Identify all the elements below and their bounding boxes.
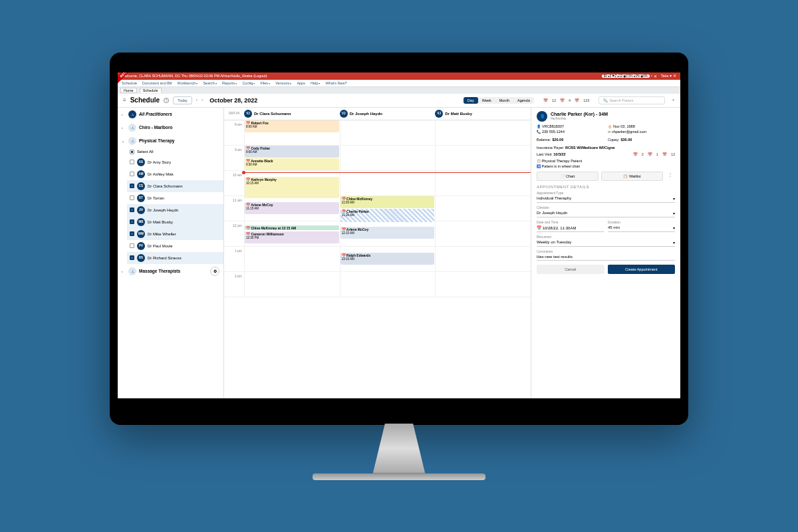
checkbox-icon[interactable] [130, 172, 134, 176]
checkbox-icon[interactable]: ✓ [130, 207, 134, 212]
time-slot[interactable] [340, 171, 436, 196]
hamburger-icon[interactable]: ≡ [123, 97, 126, 103]
practitioner-row[interactable]: ASDr Amy Story [127, 156, 223, 168]
hour-label: 11 am [224, 196, 244, 221]
calendar-event[interactable]: 📅 Arlene McCoy11:15 AM [245, 202, 339, 214]
group-chiro[interactable]: ›⛬Chiro - Marlboro [118, 121, 223, 134]
checkbox-icon[interactable] [130, 243, 134, 248]
menu-document[interactable]: Document and Bill [142, 81, 172, 85]
time-slot[interactable] [244, 272, 340, 297]
practitioner-row[interactable]: ✓MWDr Mike Wheller [127, 228, 223, 240]
menu-apps[interactable]: Apps [297, 81, 305, 85]
calendar-event[interactable]: 📅 Annette Black9:30 AM [245, 158, 339, 170]
menu-workbench[interactable]: Workbench [178, 81, 198, 85]
more-icon[interactable]: ⋮ [666, 172, 675, 181]
practitioner-name: Dr Matt Busby [148, 220, 173, 224]
cancel-button[interactable]: Cancel [537, 265, 604, 274]
view-day[interactable]: Day [464, 97, 478, 104]
menu-help[interactable]: Help [311, 81, 320, 85]
time-slot[interactable] [435, 221, 531, 246]
checkbox-icon[interactable]: ✓ [130, 219, 134, 224]
datetime-input[interactable]: 📅 10/28/22, 11:30AM [537, 224, 604, 232]
checkbox-icon[interactable]: ✓ [130, 231, 134, 236]
checkbox-icon[interactable]: ✓ [130, 184, 134, 188]
checkbox-icon[interactable] [130, 196, 134, 200]
time-slot[interactable] [244, 247, 340, 271]
hour-label: 9 am [224, 146, 244, 170]
tab-home[interactable]: Home [120, 88, 137, 93]
menu-config[interactable]: Config [242, 81, 255, 85]
recurrent-select[interactable]: Weekly on Tuesday▾ [537, 239, 675, 247]
tab-schedule[interactable]: Schedule [140, 88, 162, 93]
menu-search[interactable]: Search [203, 81, 217, 85]
next-icon[interactable]: › [201, 98, 203, 102]
tabs-label[interactable]: Tabs ▾ [661, 74, 672, 78]
group-pt[interactable]: ⌄⛬Physical Therapy [118, 134, 223, 148]
menu-files[interactable]: Files [260, 81, 270, 85]
time-slot[interactable] [340, 120, 436, 145]
menu-whatsnew[interactable]: What's New? [325, 81, 346, 85]
calendar-event[interactable]: 📅 Ralph Edwards13:15 AM [340, 253, 435, 265]
time-slot[interactable] [435, 120, 531, 145]
practitioner-row[interactable]: AMDr Ashley Mak [127, 168, 223, 180]
time-slot[interactable] [435, 272, 531, 297]
menu-reports[interactable]: Reports [222, 81, 237, 85]
calendar-event[interactable]: 📅 Chloe McKinney at 12:15 AM [245, 225, 339, 230]
comments-input[interactable]: Has new test results [537, 253, 675, 261]
time-slot[interactable] [435, 146, 531, 170]
practitioner-row[interactable]: DTDr Torran [127, 192, 223, 204]
add-icon[interactable]: + [672, 97, 675, 103]
close-icon[interactable]: ✕ [673, 74, 676, 78]
practitioner-row[interactable]: ✓MBDr Matt Busby [127, 216, 223, 228]
checkbox-icon[interactable] [130, 160, 134, 164]
time-slot[interactable] [435, 171, 531, 196]
window-close-icon[interactable]: ✕ [654, 74, 657, 78]
menu-versions[interactable]: Versions [275, 81, 291, 85]
view-month[interactable]: Month [495, 97, 513, 104]
wheelchair-icon: ♿ [537, 164, 541, 168]
practitioner-name: Dr Amy Story [148, 160, 171, 164]
copay: Copay: $30.00 [608, 138, 675, 142]
calendar-event[interactable]: 📅 Chloe McKinney11:00 AM [340, 196, 435, 208]
today-button[interactable]: Today [173, 96, 192, 104]
calendar-event[interactable]: 📅 Charlie Parker11:30 AM [340, 209, 435, 222]
logout-link[interactable]: (Logout) [253, 74, 267, 78]
practitioner-row[interactable]: ✓RSDr Richard Strauss [127, 252, 223, 264]
chart-button[interactable]: 📄 Chart [537, 172, 598, 181]
waitlist-button[interactable]: 📋 Waitlist [601, 172, 663, 181]
menu-schedule[interactable]: Schedule [122, 81, 137, 85]
search-input[interactable]: 🔍Search Patient [598, 96, 665, 104]
group-all[interactable]: ›⛬All Practitioners [118, 108, 223, 121]
time-slot[interactable] [435, 247, 531, 271]
view-week[interactable]: Week [478, 97, 495, 104]
time-slot[interactable] [340, 146, 436, 170]
stat-3: 123 [583, 98, 589, 102]
help-icon[interactable]: ? [164, 98, 169, 103]
clinician-select[interactable]: Dr Joseph Haydn▾ [537, 209, 675, 217]
calendar-event[interactable]: 📅 Kathryn Murphy10:15 AM [245, 177, 339, 198]
checkbox-icon[interactable] [130, 150, 134, 154]
type-select[interactable]: Individual Theraphy▾ [537, 195, 675, 203]
time-slot[interactable] [435, 196, 531, 221]
prev-icon[interactable]: ‹ [196, 98, 198, 102]
gear-icon[interactable]: ⚙ [210, 267, 219, 276]
mail-icon: ✉ [608, 130, 610, 134]
chevron-down-icon: ▾ [673, 196, 675, 201]
select-all-row[interactable]: Select All [127, 148, 223, 156]
create-button[interactable]: Create Appointment [608, 265, 676, 274]
checkbox-icon[interactable]: ✓ [130, 255, 134, 260]
calendar-event[interactable]: 📅 Cameron Williamson12:30 PM [245, 231, 339, 243]
calendar-event[interactable]: 📅 Arlene McCoy12:15 AM [340, 227, 435, 239]
avatar: DT [137, 194, 145, 202]
window-min-icon[interactable]: ▫ [651, 74, 652, 78]
hour-label: 12 pm [224, 221, 244, 246]
calendar-event[interactable]: 📅 Robert Fox8:00 AM [245, 120, 339, 132]
practitioner-row[interactable]: ✓JHDr Joseph Haydn [127, 204, 223, 216]
calendar-event[interactable]: 📅 Cody Fisher9:00 AM [245, 146, 339, 158]
duration-select[interactable]: 45 min▾ [608, 224, 675, 232]
view-agenda[interactable]: Agenda [513, 97, 534, 104]
time-slot[interactable] [340, 272, 436, 297]
practitioner-row[interactable]: PVDr Paul Movie [127, 240, 223, 252]
practitioner-row[interactable]: ✓CSDr Clara Schumann [127, 180, 223, 192]
group-massage[interactable]: ›⛬Massage Therapists⚙ [118, 264, 223, 279]
